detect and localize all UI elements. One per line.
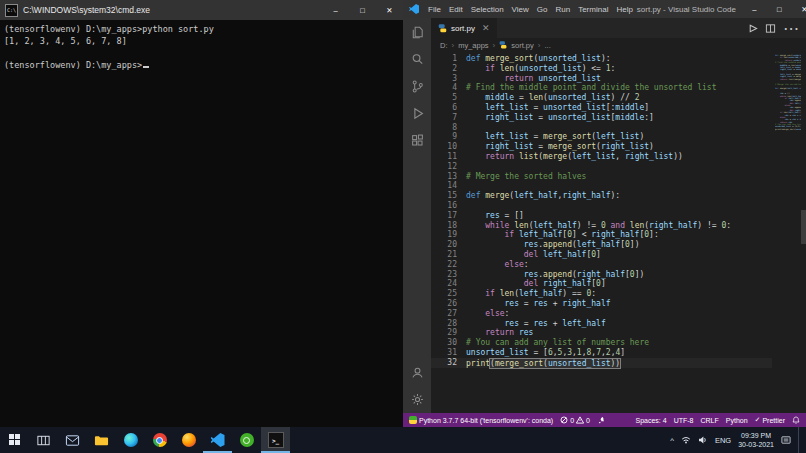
hidden-icons-button[interactable]: ^ bbox=[670, 436, 674, 445]
language-mode-item[interactable]: Python bbox=[726, 417, 748, 424]
vscode-titlebar[interactable]: FileEditSelectionViewGoRunTerminalHelp s… bbox=[403, 0, 806, 18]
cmd-titlebar[interactable]: C:\ C:\WINDOWS\system32\cmd.exe – □ ✕ bbox=[0, 0, 403, 20]
minimap[interactable]: def merge_sort(unsorted_list): if len(un… bbox=[775, 54, 801, 166]
cmd-terminal-output[interactable]: (tensorflowenv) D:\my_apps>python sort.p… bbox=[0, 20, 403, 74]
firefox-button[interactable] bbox=[174, 427, 203, 453]
code-line[interactable]: 25 if len(left_half) == 0: bbox=[431, 289, 772, 299]
code-line[interactable]: 5 middle = len(unsorted_list) // 2 bbox=[431, 93, 772, 103]
breadcrumb-file[interactable]: sort.py bbox=[511, 41, 534, 50]
vscode-close-button[interactable]: ✕ bbox=[792, 0, 806, 18]
code-line[interactable]: 13# Merge the sorted halves bbox=[431, 172, 772, 182]
chrome-button[interactable] bbox=[145, 427, 174, 453]
code-line[interactable]: 4# Find the middle point and divide the … bbox=[431, 83, 772, 93]
code-line[interactable]: 14 bbox=[431, 181, 772, 191]
cmd-minimize-button[interactable]: – bbox=[322, 0, 349, 20]
line-number[interactable]: 13 bbox=[431, 172, 466, 182]
line-number[interactable]: 4 bbox=[431, 83, 466, 93]
code-line[interactable]: 18 while len(left_half) != 0 and len(rig… bbox=[431, 221, 772, 231]
line-number[interactable]: 17 bbox=[431, 211, 466, 221]
cmd-close-button[interactable]: ✕ bbox=[376, 0, 403, 20]
start-button[interactable] bbox=[0, 427, 29, 453]
line-number[interactable]: 15 bbox=[431, 191, 466, 201]
line-number[interactable]: 31 bbox=[431, 348, 466, 358]
code-line[interactable]: 6 left_list = unsorted_list[:middle] bbox=[431, 103, 772, 113]
line-number[interactable]: 16 bbox=[431, 201, 466, 211]
line-number[interactable]: 19 bbox=[431, 230, 466, 240]
code-line[interactable]: 31unsorted_list = [6,5,3,1,8,7,2,4] bbox=[431, 348, 772, 358]
code-area[interactable]: 1def merge_sort(unsorted_list):2 if len(… bbox=[431, 54, 772, 368]
code-line[interactable]: 30# You can add any list of numbers here bbox=[431, 338, 772, 348]
code-line[interactable]: 23 res.append(right_half[0]) bbox=[431, 270, 772, 280]
code-line[interactable]: 3 return unsorted_list bbox=[431, 74, 772, 84]
code-line[interactable]: 21 del left_half[0] bbox=[431, 250, 772, 260]
vscode-minimize-button[interactable]: – bbox=[742, 0, 767, 18]
breadcrumb-drive[interactable]: D: bbox=[440, 41, 448, 50]
line-number[interactable]: 25 bbox=[431, 289, 466, 299]
search-button[interactable] bbox=[403, 46, 431, 73]
formatter-item[interactable]: ✓ Prettier bbox=[755, 416, 785, 424]
action-center-icon[interactable] bbox=[781, 435, 791, 445]
problems-item[interactable]: 0 0 bbox=[560, 416, 590, 424]
menu-item-2[interactable]: Selection bbox=[467, 5, 508, 14]
taskbar-mail-button[interactable] bbox=[58, 427, 87, 453]
code-line[interactable]: 7 right_list = unsorted_list[middle:] bbox=[431, 113, 772, 123]
line-number[interactable]: 29 bbox=[431, 328, 466, 338]
microsoft-edge-button[interactable] bbox=[116, 427, 145, 453]
language-server-item[interactable] bbox=[597, 416, 605, 424]
line-number[interactable]: 27 bbox=[431, 309, 466, 319]
anaconda-button[interactable] bbox=[232, 427, 261, 453]
line-number[interactable]: 22 bbox=[431, 260, 466, 270]
line-number[interactable]: 32 bbox=[431, 358, 466, 368]
code-line[interactable]: 2 if len(unsorted_list) <= 1: bbox=[431, 64, 772, 74]
menu-item-3[interactable]: View bbox=[508, 5, 533, 14]
wifi-icon[interactable] bbox=[681, 435, 691, 445]
code-line[interactable]: 24 del right_half[0] bbox=[431, 279, 772, 289]
tab-close-icon[interactable]: ✕ bbox=[482, 23, 490, 33]
code-line[interactable]: 32print(merge_sort(unsorted_list)) bbox=[431, 358, 772, 368]
line-number[interactable]: 8 bbox=[431, 123, 466, 133]
source-control-button[interactable] bbox=[403, 73, 431, 100]
line-number[interactable]: 14 bbox=[431, 181, 466, 191]
line-number[interactable]: 28 bbox=[431, 319, 466, 329]
line-number[interactable]: 10 bbox=[431, 142, 466, 152]
line-number[interactable]: 1 bbox=[431, 54, 466, 64]
speaker-icon[interactable] bbox=[698, 435, 708, 445]
account-button[interactable] bbox=[403, 359, 431, 386]
run-debug-button[interactable] bbox=[403, 100, 431, 127]
indentation-item[interactable]: Spaces: 4 bbox=[636, 417, 667, 424]
line-number[interactable]: 24 bbox=[431, 279, 466, 289]
taskbar-vscode-button[interactable] bbox=[203, 427, 232, 453]
taskbar-cmd-button[interactable]: >_ bbox=[261, 427, 290, 453]
breadcrumb-symbol[interactable]: ... bbox=[544, 41, 550, 50]
code-line[interactable]: 15def merge(left_half,right_half): bbox=[431, 191, 772, 201]
code-line[interactable]: 8 bbox=[431, 123, 772, 133]
code-line[interactable]: 26 res = res + right_half bbox=[431, 299, 772, 309]
line-number[interactable]: 20 bbox=[431, 240, 466, 250]
line-number[interactable]: 18 bbox=[431, 221, 466, 231]
line-number[interactable]: 21 bbox=[431, 250, 466, 260]
taskbar-clock[interactable]: 09:39 PM 30-03-2021 bbox=[738, 431, 774, 449]
extensions-button[interactable] bbox=[403, 127, 431, 154]
code-line[interactable]: 28 res = res + left_half bbox=[431, 319, 772, 329]
vscode-maximize-button[interactable]: □ bbox=[767, 0, 792, 18]
more-actions-button[interactable]: ⋯ bbox=[783, 19, 799, 38]
language-indicator[interactable]: ENG bbox=[715, 436, 731, 445]
code-line[interactable]: 16 bbox=[431, 201, 772, 211]
explorer-button[interactable] bbox=[403, 19, 431, 46]
line-number[interactable]: 9 bbox=[431, 132, 466, 142]
tab-sort-py[interactable]: sort.py ✕ bbox=[431, 18, 497, 38]
menu-item-5[interactable]: Run bbox=[551, 5, 574, 14]
menu-item-6[interactable]: Terminal bbox=[574, 5, 612, 14]
code-line[interactable]: 29 return res bbox=[431, 328, 772, 338]
line-number[interactable]: 30 bbox=[431, 338, 466, 348]
code-line[interactable]: 1def merge_sort(unsorted_list): bbox=[431, 54, 772, 64]
code-line[interactable]: 9 left_list = merge_sort(left_list) bbox=[431, 132, 772, 142]
notifications-bell-icon[interactable] bbox=[792, 416, 800, 424]
show-desktop-button[interactable] bbox=[798, 427, 803, 453]
code-line[interactable]: 27 else: bbox=[431, 309, 772, 319]
cmd-maximize-button[interactable]: □ bbox=[349, 0, 376, 20]
code-line[interactable]: 12 bbox=[431, 162, 772, 172]
line-number[interactable]: 2 bbox=[431, 64, 466, 74]
editor-scrollbar[interactable] bbox=[801, 210, 806, 244]
breadcrumb-folder[interactable]: my_apps bbox=[458, 41, 488, 50]
